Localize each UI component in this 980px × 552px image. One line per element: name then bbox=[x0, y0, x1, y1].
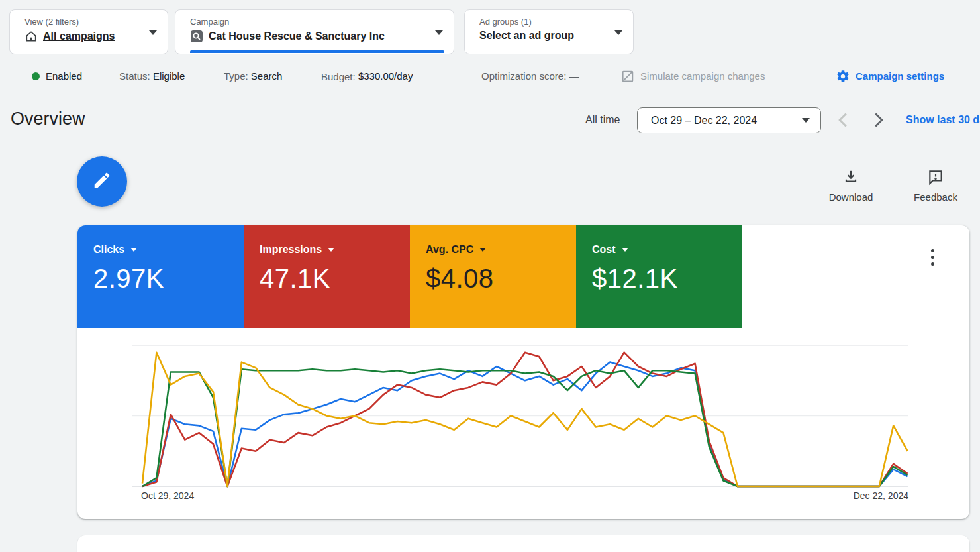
chevron-down-icon bbox=[149, 30, 157, 35]
x-axis-end-label: Dec 22, 2024 bbox=[854, 490, 908, 501]
status-label: Status: bbox=[119, 68, 150, 85]
type-label: Type: bbox=[224, 68, 248, 85]
home-icon bbox=[24, 30, 38, 43]
x-axis-start-label: Oct 29, 2024 bbox=[141, 490, 194, 501]
view-selector-label: View (2 filters) bbox=[24, 16, 156, 28]
biggest-changes-card[interactable]: Biggest changes bbox=[77, 535, 969, 552]
download-button[interactable]: Download bbox=[814, 168, 887, 203]
metric-selector-strip: Clicks 2.97K Impressions 47.1K Avg. CPC … bbox=[77, 225, 742, 328]
metric-label: Impressions bbox=[260, 244, 322, 256]
metric-card-clicks[interactable]: Clicks 2.97K bbox=[77, 225, 244, 328]
campaign-status-bar: Enabled Status: Eligible Type: Search Bu… bbox=[0, 68, 980, 85]
ad-group-selector-value: Select an ad group bbox=[479, 30, 574, 42]
date-range-value: Oct 29 – Dec 22, 2024 bbox=[651, 115, 802, 127]
gear-icon bbox=[836, 69, 850, 83]
chart-line-cost bbox=[142, 369, 908, 486]
date-range-picker[interactable]: Oct 29 – Dec 22, 2024 bbox=[637, 107, 821, 133]
feedback-icon bbox=[927, 176, 944, 188]
type-value: Search bbox=[251, 68, 283, 85]
chart-line-clicks bbox=[142, 362, 908, 486]
feedback-button[interactable]: Feedback bbox=[899, 168, 972, 203]
date-range-shortcut[interactable]: All time bbox=[585, 114, 620, 126]
chevron-down-icon[interactable] bbox=[328, 248, 334, 252]
previous-period-button[interactable] bbox=[833, 110, 853, 130]
overview-chart bbox=[132, 341, 908, 495]
ad-group-selector[interactable]: Ad groups (1) Select an ad group bbox=[464, 9, 634, 54]
chart-line-avg-cpc bbox=[142, 353, 908, 486]
show-last-30-days-link[interactable]: Show last 30 days bbox=[906, 114, 980, 126]
metric-card-avg-cpc[interactable]: Avg. CPC $4.08 bbox=[410, 225, 576, 328]
chevron-down-icon[interactable] bbox=[622, 248, 628, 252]
enabled-status-dot-icon bbox=[32, 72, 40, 80]
budget-value[interactable]: $330.00/day bbox=[358, 68, 413, 85]
simulate-changes-label: Simulate campaign changes bbox=[640, 68, 765, 85]
metric-label: Avg. CPC bbox=[426, 244, 473, 256]
metric-card-cost[interactable]: Cost $12.1K bbox=[576, 225, 742, 328]
campaign-selector[interactable]: Campaign Cat House Rescue & Sanctuary In… bbox=[175, 9, 454, 54]
view-selector[interactable]: View (2 filters) All campaigns bbox=[9, 9, 168, 54]
simulate-changes-button[interactable]: Simulate campaign changes bbox=[620, 68, 765, 85]
active-selector-indicator bbox=[190, 50, 444, 53]
chevron-down-icon bbox=[435, 30, 443, 35]
optimization-score: Optimization score: — bbox=[481, 68, 579, 85]
status-value: Eligible bbox=[153, 68, 185, 85]
metric-value: 47.1K bbox=[260, 264, 410, 294]
overview-chart-card: Clicks 2.97K Impressions 47.1K Avg. CPC … bbox=[77, 225, 969, 519]
metric-value: $4.08 bbox=[426, 264, 576, 294]
page-title: Overview bbox=[11, 109, 85, 129]
status-field: Status: Eligible bbox=[119, 68, 185, 85]
pencil-icon bbox=[92, 170, 112, 193]
simulate-disabled-icon bbox=[620, 69, 635, 83]
next-period-button[interactable] bbox=[869, 110, 889, 130]
campaign-selector-label: Campaign bbox=[190, 16, 442, 28]
chart-line-impressions bbox=[142, 353, 908, 486]
download-label: Download bbox=[814, 192, 887, 203]
edit-button[interactable] bbox=[77, 156, 127, 207]
chevron-down-icon bbox=[802, 118, 810, 123]
enabled-status-text: Enabled bbox=[46, 68, 82, 85]
campaign-selector-value: Cat House Rescue & Sanctuary Inc bbox=[209, 30, 385, 42]
campaign-settings-label: Campaign settings bbox=[856, 68, 944, 85]
view-selector-value: All campaigns bbox=[43, 30, 115, 42]
campaign-settings-button[interactable]: Campaign settings bbox=[836, 68, 944, 85]
budget-field[interactable]: Budget: $330.00/day bbox=[321, 68, 413, 85]
chart-options-menu-button[interactable] bbox=[924, 245, 940, 269]
chevron-down-icon[interactable] bbox=[479, 248, 486, 252]
ad-group-selector-label: Ad groups (1) bbox=[479, 16, 621, 28]
metric-value: 2.97K bbox=[93, 264, 244, 294]
budget-label: Budget: bbox=[321, 68, 356, 85]
metric-label: Cost bbox=[592, 244, 616, 256]
metric-label: Clicks bbox=[93, 244, 124, 256]
search-icon bbox=[190, 30, 203, 43]
chevron-down-icon bbox=[614, 30, 622, 35]
feedback-label: Feedback bbox=[899, 192, 972, 203]
enabled-status[interactable]: Enabled bbox=[32, 68, 82, 85]
type-field: Type: Search bbox=[224, 68, 282, 85]
metric-value: $12.1K bbox=[592, 264, 742, 294]
optimization-score-text: Optimization score: — bbox=[481, 68, 579, 85]
metric-card-impressions[interactable]: Impressions 47.1K bbox=[244, 225, 410, 328]
chevron-down-icon[interactable] bbox=[130, 248, 137, 252]
download-icon bbox=[842, 176, 859, 188]
